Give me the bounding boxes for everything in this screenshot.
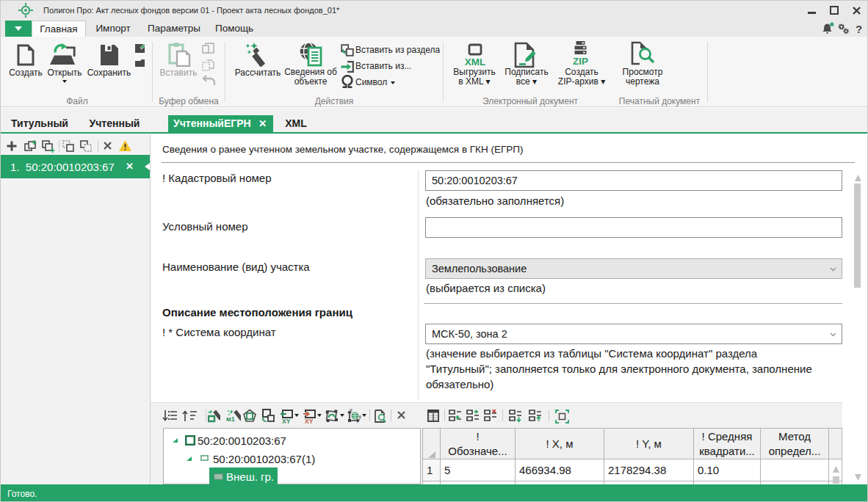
svg-text:XML: XML [465, 57, 486, 68]
svg-text:XY: XY [305, 418, 314, 423]
svg-text:XY: XY [282, 418, 291, 423]
svg-text:y: y [358, 413, 361, 420]
svg-text:м1: м1 [226, 415, 235, 423]
svg-text:ZIP: ZIP [573, 56, 588, 67]
svg-text:x: x [350, 409, 352, 413]
